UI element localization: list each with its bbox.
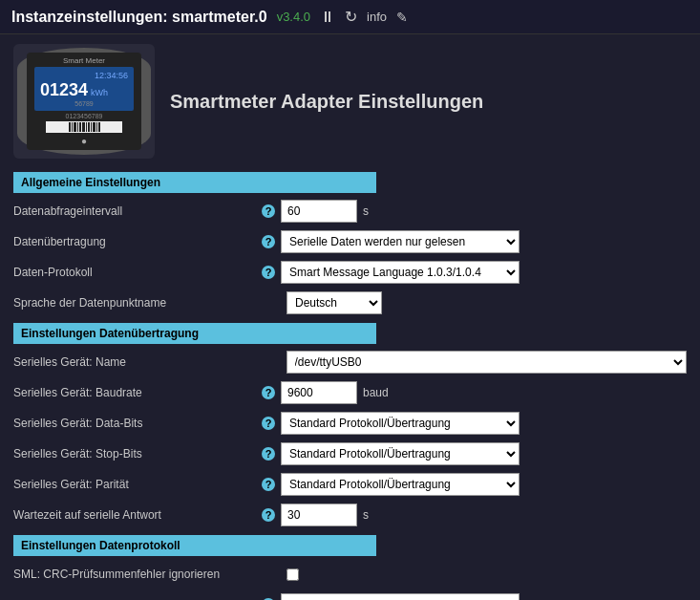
suffix-wait: s — [363, 508, 369, 522]
header: Instanzeinstellungen: smartmeter.0 v3.4.… — [0, 0, 700, 34]
row-interval: Datenabfrageintervall ? s — [13, 199, 687, 224]
row-transfer: Datenübertragung ? Serielle Daten werden… — [13, 229, 687, 254]
help-protocol[interactable]: ? — [262, 266, 275, 279]
label-sml-crc: SML: CRC-Prüfsummenfehler ignorieren — [13, 568, 262, 581]
label-wait: Wartezeit auf serielle Antwort — [13, 508, 262, 522]
suffix-interval: s — [363, 204, 369, 218]
help-wait[interactable]: ? — [262, 508, 275, 522]
section-protocol: Einstellungen Datenprotokoll — [13, 535, 376, 556]
row-encoding: Kodierung der SML Daten ? Binärdaten (St… — [13, 592, 687, 600]
version-badge: v3.4.0 — [277, 10, 310, 24]
refresh-icon[interactable]: ↻ — [345, 8, 357, 26]
meter-bottom: 0123456789 — [34, 113, 134, 119]
section-general: Allgemeine Einstellungen — [13, 172, 376, 193]
meter-inner: Smart Meter 12:34:56 01234 kWh 56789 012… — [27, 53, 141, 150]
smart-meter-logo: Smart Meter 12:34:56 01234 kWh 56789 012… — [17, 48, 151, 155]
select-parity[interactable]: Standard Protokoll/Übertragung noneeveno… — [281, 473, 520, 496]
help-transfer[interactable]: ? — [262, 235, 275, 248]
label-parity: Serielles Gerät: Parität — [13, 478, 262, 491]
adapter-title: Smartmeter Adapter Einstellungen — [170, 91, 483, 113]
label-databits: Serielles Gerät: Data-Bits — [13, 417, 262, 430]
row-parity: Serielles Gerät: Parität ? Standard Prot… — [13, 472, 687, 497]
select-serial-name[interactable]: /dev/ttyUSB0 /dev/ttyUSB1 /dev/ttyS0 — [286, 351, 688, 374]
help-baudrate[interactable]: ? — [262, 386, 275, 399]
input-baudrate[interactable] — [281, 381, 357, 404]
meter-time: 12:34:56 — [40, 71, 128, 80]
edit-icon[interactable]: ✎ — [396, 10, 408, 25]
meter-brand: Smart Meter — [34, 56, 134, 65]
row-stopbits: Serielles Gerät: Stop-Bits ? Standard Pr… — [13, 441, 687, 466]
select-encoding[interactable]: Binärdaten (Standard) Hexadezimal — [281, 593, 520, 600]
info-label[interactable]: info — [367, 10, 387, 24]
section-transmission: Einstellungen Datenübertragung — [13, 323, 376, 344]
row-sml-crc: SML: CRC-Prüfsummenfehler ignorieren — [13, 562, 687, 587]
logo-container: Smart Meter 12:34:56 01234 kWh 56789 012… — [13, 44, 155, 159]
pause-icon[interactable]: ⏸ — [320, 9, 335, 26]
row-databits: Serielles Gerät: Data-Bits ? Standard Pr… — [13, 411, 687, 436]
help-parity[interactable]: ? — [262, 478, 275, 491]
help-stopbits[interactable]: ? — [262, 447, 275, 461]
select-transfer[interactable]: Serielle Daten werden nur gelesen TCP/UD… — [281, 230, 520, 253]
row-wait: Wartezeit auf serielle Antwort ? s — [13, 503, 687, 527]
label-interval: Datenabfrageintervall — [13, 204, 262, 218]
meter-sub-reading: 56789 — [40, 100, 128, 107]
help-interval[interactable]: ? — [262, 204, 275, 218]
label-serial-name: Serielles Gerät: Name — [13, 355, 262, 369]
label-language: Sprache der Datenpunktname — [13, 296, 262, 310]
meter-unit: kWh — [91, 88, 108, 97]
meter-reading: 01234 — [40, 80, 88, 100]
row-language: Sprache der Datenpunktname Deutsch Engli… — [13, 290, 687, 315]
select-protocol[interactable]: Smart Message Language 1.0.3/1.0.4 D0 Pr… — [281, 261, 520, 284]
select-stopbits[interactable]: Standard Protokoll/Übertragung 12 — [281, 442, 520, 465]
label-baudrate: Serielles Gerät: Baudrate — [13, 386, 262, 399]
input-interval[interactable] — [281, 200, 357, 223]
label-transfer: Datenübertragung — [13, 235, 262, 248]
main-content: Smart Meter 12:34:56 01234 kWh 56789 012… — [0, 34, 700, 600]
select-language[interactable]: Deutsch English — [286, 291, 382, 314]
meter-display: 12:34:56 01234 kWh 56789 — [34, 67, 134, 111]
suffix-baudrate: baud — [363, 386, 389, 399]
checkbox-sml-crc[interactable] — [286, 568, 299, 581]
label-stopbits: Serielles Gerät: Stop-Bits — [13, 447, 262, 461]
meter-icon: ● — [34, 136, 134, 146]
input-wait[interactable] — [281, 504, 357, 526]
row-baudrate: Serielles Gerät: Baudrate ? baud — [13, 380, 687, 405]
header-title: Instanzeinstellungen: smartmeter.0 — [11, 9, 267, 26]
top-section: Smart Meter 12:34:56 01234 kWh 56789 012… — [13, 44, 687, 159]
label-protocol: Daten-Protokoll — [13, 266, 262, 279]
row-protocol: Daten-Protokoll ? Smart Message Language… — [13, 260, 687, 285]
help-databits[interactable]: ? — [262, 417, 275, 430]
meter-barcode — [46, 121, 122, 133]
row-serial-name: Serielles Gerät: Name /dev/ttyUSB0 /dev/… — [13, 350, 687, 375]
select-databits[interactable]: Standard Protokoll/Übertragung 5678 — [281, 412, 520, 435]
